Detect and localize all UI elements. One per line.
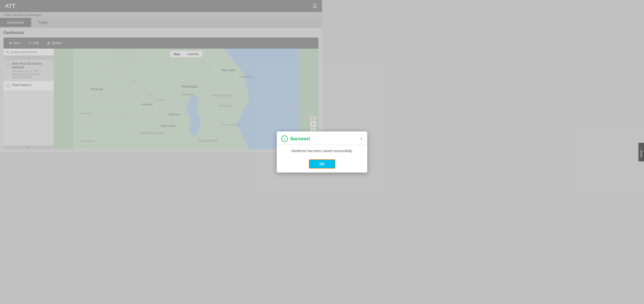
check-icon: ✓ xyxy=(281,136,288,142)
dialog-header: ✓ Success! × xyxy=(277,131,322,145)
success-dialog: ✓ Success! × Geofence has been saved suc… xyxy=(277,131,322,152)
modal-overlay: ✓ Success! × Geofence has been saved suc… xyxy=(0,0,322,152)
dialog-title: Success! xyxy=(290,136,310,142)
dialog-body: Geofence has been saved successfully. xyxy=(277,145,322,152)
